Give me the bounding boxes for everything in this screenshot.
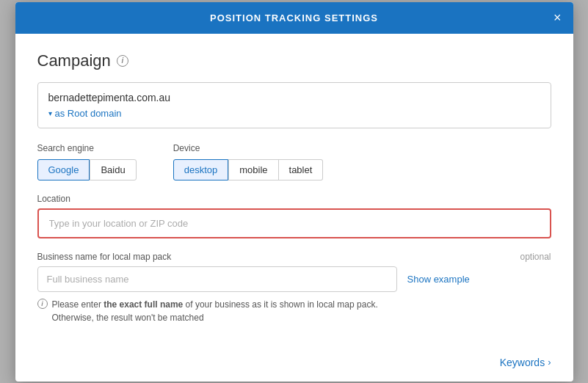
modal-overlay: POSITION TRACKING SETTINGS × Campaign i … (0, 0, 588, 383)
modal-body: Campaign i bernadettepimenta.com.au ▾ as… (15, 34, 573, 349)
search-engine-group: Search engine Google Baidu (37, 143, 137, 180)
close-button[interactable]: × (553, 11, 562, 24)
location-section: Location (37, 194, 551, 238)
modal-footer: Keywords › (15, 349, 573, 382)
hint-text-part2: of your business as it is shown in local… (183, 299, 377, 310)
device-btn-group: desktop mobile tablet (173, 159, 324, 180)
search-engine-baidu-btn[interactable]: Baidu (90, 159, 136, 180)
root-domain-link[interactable]: ▾ as Root domain (48, 108, 540, 119)
device-mobile-btn[interactable]: mobile (228, 159, 278, 180)
search-engine-google-btn[interactable]: Google (37, 159, 90, 180)
hint-info-icon: i (37, 299, 48, 309)
device-tablet-btn[interactable]: tablet (279, 159, 324, 180)
root-domain-label: as Root domain (55, 108, 122, 119)
settings-row: Search engine Google Baidu Device deskto… (37, 143, 551, 180)
business-hint: i Please enter the exact full name of yo… (37, 298, 551, 324)
campaign-info-icon[interactable]: i (117, 55, 128, 67)
device-group: Device desktop mobile tablet (173, 143, 324, 180)
hint-text-part3: Otherwise, the result won't be matched (52, 313, 204, 323)
business-name-input[interactable] (37, 266, 397, 292)
search-engine-label: Search engine (37, 143, 137, 153)
business-label: Business name for local map pack (37, 252, 172, 262)
hint-bold: the exact full name (104, 299, 183, 310)
show-example-link[interactable]: Show example (407, 274, 470, 285)
optional-text: optional (520, 252, 551, 262)
chevron-right-icon: › (548, 357, 551, 368)
campaign-title-row: Campaign i (37, 51, 551, 70)
chevron-down-icon: ▾ (48, 109, 52, 117)
modal-title: POSITION TRACKING SETTINGS (210, 12, 378, 23)
business-section: Business name for local map pack optiona… (37, 252, 551, 324)
location-input-wrapper (37, 208, 551, 238)
location-input[interactable] (40, 211, 548, 236)
device-label: Device (173, 143, 324, 153)
business-input-row: Show example (37, 266, 551, 292)
search-engine-btn-group: Google Baidu (37, 159, 137, 180)
campaign-heading: Campaign (37, 51, 111, 70)
keywords-link[interactable]: Keywords › (500, 357, 551, 368)
modal: POSITION TRACKING SETTINGS × Campaign i … (15, 2, 573, 382)
domain-box: bernadettepimenta.com.au ▾ as Root domai… (37, 82, 551, 128)
device-desktop-btn[interactable]: desktop (173, 159, 229, 180)
domain-name: bernadettepimenta.com.au (48, 92, 540, 103)
hint-text: Please enter the exact full name of your… (52, 298, 378, 324)
business-label-row: Business name for local map pack optiona… (37, 252, 551, 262)
modal-header: POSITION TRACKING SETTINGS × (15, 2, 573, 34)
location-label: Location (37, 194, 551, 204)
hint-text-part1: Please enter the exact full name of your… (52, 299, 378, 310)
keywords-label: Keywords (500, 357, 545, 368)
